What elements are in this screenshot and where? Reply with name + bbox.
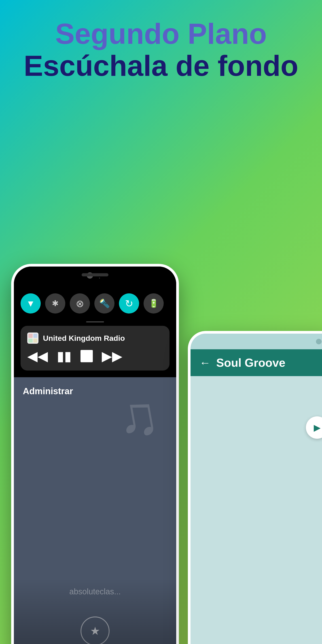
soul-groove-title: Soul Groove [216,356,285,370]
skip-prev-button[interactable]: ◀◀ [27,348,48,364]
wifi-toggle[interactable]: ▼ [20,294,41,314]
dnd-icon: ⊗ [76,298,84,309]
wifi-icon: ▼ [26,298,35,308]
quick-settings-row: ▼ ✱ ⊗ 🔦 ↻ 🔋 [20,289,170,318]
flashlight-icon: 🔦 [99,298,110,308]
skip-next-button[interactable]: ▶▶ [102,348,122,364]
sync-toggle[interactable]: ↻ [119,294,139,314]
phone1-screen: ⋮ ▼ ✱ ⊗ 🔦 [14,266,176,644]
sync-icon: ↻ [125,298,133,309]
phone2-screen: ⋮ ← Soul Groove ▶ [190,334,322,644]
phone2-top-bar: ⋮ [190,334,322,349]
header-section: Segundo Plano Escúchala de fondo [0,0,322,95]
phone2-camera [316,339,322,344]
app-content-area: Administrar ♫ absoluteclas... ★ [14,377,176,644]
notification-shade: ▼ ✱ ⊗ 🔦 ↻ 🔋 [14,284,176,377]
bluetooth-icon: ✱ [52,299,58,308]
soul-groove-body: ▶ [190,376,322,644]
phones-container: ⋮ ▼ ✱ ⊗ 🔦 [0,152,322,644]
divider [86,321,104,322]
battery-saver-toggle[interactable]: 🔋 [144,294,164,314]
back-button[interactable]: ← [200,356,211,369]
soul-groove-play-button[interactable]: ▶ [306,416,322,439]
title-line1: Segundo Plano [0,18,322,50]
dnd-toggle[interactable]: ⊗ [70,294,90,314]
phone1: ⋮ ▼ ✱ ⊗ 🔦 [11,264,179,644]
bottom-fade [14,578,176,644]
media-controls: ◀◀ ▮▮ ▶▶ [27,348,163,364]
phone1-top-bar: ⋮ [14,266,176,284]
flashlight-toggle[interactable]: 🔦 [94,294,114,314]
media-header: United Kingdom Radio [27,332,163,344]
media-notification-card: United Kingdom Radio ◀◀ ▮▮ ▶▶ [20,326,170,370]
title-line2: Escúchala de fondo [0,50,322,82]
soul-groove-header: ← Soul Groove [190,349,322,376]
battery-saver-icon: 🔋 [149,299,159,308]
bluetooth-toggle[interactable]: ✱ [45,294,65,314]
play-icon-right: ▶ [314,422,321,433]
app-icon [27,332,38,344]
pause-button[interactable]: ▮▮ [57,348,72,364]
media-station-title: United Kingdom Radio [43,334,125,342]
stop-button[interactable] [80,350,93,362]
speaker-bar [82,273,108,276]
phone2: ⋮ ← Soul Groove ▶ [188,331,322,644]
